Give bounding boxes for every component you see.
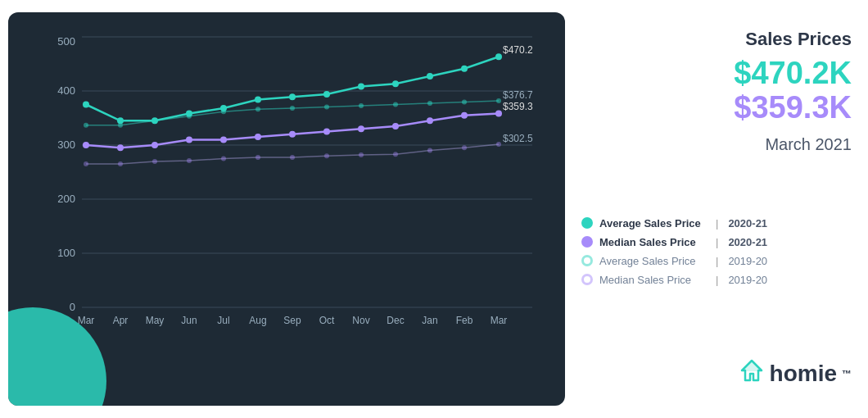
svg-point-42 (152, 118, 157, 123)
legend-label-0: Average Sales Price (599, 217, 706, 229)
svg-point-61 (324, 153, 329, 158)
svg-text:400: 400 (57, 84, 75, 97)
svg-text:Mar: Mar (78, 315, 95, 326)
svg-point-19 (323, 91, 330, 98)
svg-text:Nov: Nov (352, 315, 369, 326)
legend-year-0: 2020-21 (728, 217, 767, 229)
svg-text:Aug: Aug (249, 315, 266, 326)
legend-item-2: Average Sales Price | 2019-20 (581, 255, 767, 267)
svg-point-28 (151, 142, 158, 148)
svg-text:$302.5: $302.5 (503, 133, 533, 144)
svg-text:0: 0 (70, 301, 75, 313)
svg-text:Jan: Jan (422, 315, 437, 326)
svg-marker-82 (741, 361, 762, 371)
svg-text:$470.2: $470.2 (503, 44, 533, 56)
svg-point-57 (187, 158, 192, 163)
legend-item-3: Median Sales Price | 2019-20 (581, 274, 767, 286)
svg-point-44 (221, 109, 226, 114)
svg-point-17 (255, 97, 261, 103)
svg-point-55 (118, 161, 123, 166)
svg-point-40 (84, 123, 88, 128)
legend-label-3: Median Sales Price (599, 274, 706, 286)
legend-dot-med2019 (581, 274, 593, 285)
svg-point-63 (393, 152, 398, 157)
svg-text:Jul: Jul (217, 315, 229, 326)
svg-point-33 (323, 129, 330, 135)
svg-text:100: 100 (57, 247, 75, 259)
svg-point-66 (496, 142, 501, 147)
svg-point-56 (152, 159, 157, 164)
homie-tm: ™ (842, 368, 852, 379)
legend-year-2: 2019-20 (728, 255, 767, 267)
svg-point-34 (358, 125, 364, 132)
homie-text: homie (770, 361, 837, 387)
svg-point-59 (255, 155, 260, 160)
legend-dot-avg2021 (581, 217, 593, 229)
svg-text:300: 300 (57, 139, 75, 151)
svg-text:Sep: Sep (283, 315, 301, 326)
svg-point-36 (427, 117, 433, 124)
svg-point-58 (221, 157, 226, 161)
main-container: 0 100 200 300 400 500 (8, 8, 860, 410)
svg-point-35 (392, 123, 399, 129)
svg-point-65 (462, 145, 467, 150)
legend-label-2: Average Sales Price (599, 255, 706, 267)
date-label: March 2021 (734, 135, 852, 154)
legend-item-0: Average Sales Price | 2020-21 (581, 217, 767, 229)
svg-point-48 (359, 103, 364, 108)
svg-text:$376.7: $376.7 (503, 89, 533, 101)
svg-point-54 (84, 161, 88, 166)
svg-text:Jun: Jun (181, 315, 197, 326)
legend-year-3: 2019-20 (728, 274, 767, 286)
right-panel: Sales Prices $470.2K $359.3K March 2021 … (581, 12, 860, 406)
svg-point-23 (461, 66, 468, 72)
svg-text:Oct: Oct (319, 315, 335, 326)
svg-point-22 (427, 73, 433, 80)
chart-svg: 0 100 200 300 400 500 (57, 29, 549, 365)
svg-point-12 (83, 102, 89, 108)
svg-point-50 (427, 101, 432, 106)
svg-text:500: 500 (57, 35, 75, 48)
homie-logo: homie™ (739, 357, 852, 389)
svg-point-64 (427, 148, 432, 153)
svg-text:May: May (146, 315, 165, 326)
svg-point-52 (496, 98, 501, 103)
svg-text:Mar: Mar (491, 315, 508, 326)
svg-point-32 (289, 131, 296, 138)
legend-dot-avg2019 (581, 255, 593, 266)
svg-point-24 (495, 53, 502, 60)
svg-point-31 (255, 134, 261, 140)
svg-point-29 (186, 136, 192, 143)
svg-point-21 (392, 80, 399, 87)
svg-point-20 (358, 84, 364, 90)
legend-dot-med2021 (581, 236, 593, 248)
svg-text:Apr: Apr (113, 315, 129, 326)
svg-point-26 (83, 142, 89, 148)
svg-point-38 (495, 111, 502, 117)
svg-point-37 (461, 112, 468, 119)
svg-text:Dec: Dec (387, 315, 404, 326)
svg-point-43 (187, 114, 192, 119)
legend-year-1: 2020-21 (728, 236, 767, 248)
legend-item-1: Median Sales Price | 2020-21 (581, 236, 767, 248)
sales-title: Sales Prices (734, 29, 852, 50)
svg-point-51 (462, 99, 467, 104)
svg-point-49 (393, 102, 398, 107)
svg-point-27 (117, 144, 124, 151)
svg-text:Feb: Feb (456, 315, 473, 326)
svg-point-60 (290, 155, 295, 160)
svg-point-41 (118, 123, 123, 128)
svg-point-18 (289, 93, 296, 100)
svg-text:$359.3: $359.3 (503, 101, 533, 112)
chart-panel: 0 100 200 300 400 500 (8, 12, 565, 406)
legend-label-1: Median Sales Price (599, 236, 706, 248)
svg-point-30 (220, 136, 227, 143)
svg-text:200: 200 (57, 193, 75, 205)
svg-point-47 (324, 104, 329, 109)
price-med: $359.3K (734, 91, 852, 125)
svg-point-62 (359, 152, 364, 157)
svg-point-45 (255, 107, 260, 111)
price-avg: $470.2K (734, 57, 852, 91)
stats-section: Sales Prices $470.2K $359.3K March 2021 (734, 29, 852, 154)
homie-icon (739, 357, 765, 389)
